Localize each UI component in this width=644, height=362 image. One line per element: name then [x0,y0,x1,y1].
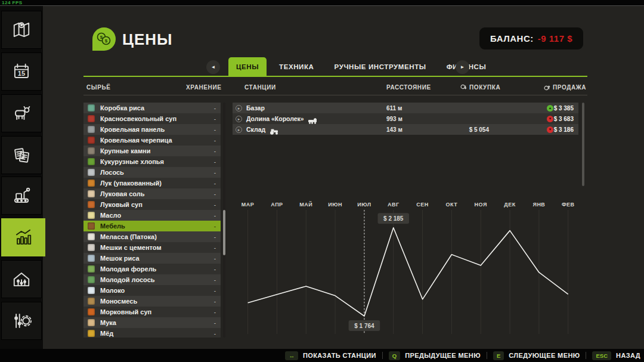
sidebar-item-calendar[interactable]: 15 [1,52,42,91]
tab-1[interactable]: ТЕХНИКА [271,57,321,76]
hint-item[interactable]: ↔ПОКАЗАТЬ СТАНЦИИ [285,351,376,360]
commodity-storage-value: - [214,287,216,294]
sidebar-item-statistics[interactable] [1,218,45,256]
station-row[interactable]: ▸ Базар 611 м ▲ $ 3 385 [233,103,578,113]
balance-value: -9 117 $ [538,33,572,44]
commodity-icon [88,319,95,326]
commodity-name: Крупные камни [100,147,150,154]
commodity-row[interactable]: Молодой лосось - [83,274,221,285]
commodity-row[interactable]: Луковая соль - [83,188,221,199]
commodity-row[interactable]: Красносвекольный суп - [83,113,221,124]
commodity-name: Мебель [100,222,125,230]
station-buy-price: $ 5 054 [435,126,489,133]
commodity-row[interactable]: Морковный суп - [83,307,221,317]
commodity-row[interactable]: Мешок риса - [83,253,221,264]
commodity-row[interactable]: Мебель - [83,221,221,231]
commodity-name: Морковный суп [100,308,151,315]
sidebar-item-animals[interactable] [1,94,42,132]
commodity-name: Коробка риса [100,104,144,112]
tabs-prev-button[interactable]: ◄ [206,60,220,74]
commodity-storage-value: - [214,223,216,230]
commodity-storage-value: - [214,116,216,122]
tab-2[interactable]: РУЧНЫЕ ИНСТРУМЕНТЫ [327,57,434,76]
commodity-icon [88,233,95,240]
commodity-storage-value: - [214,105,216,112]
sell-coin-icon [544,84,550,91]
commodity-storage-value: - [214,234,216,240]
commodity-row[interactable]: Молодая форель - [83,264,221,274]
sidebar-item-storage[interactable] [1,260,42,298]
station-row[interactable]: ▸ Долина «Королек» 993 м ▼ $ 3 683 [233,113,578,124]
stations-scrollbar[interactable] [582,103,584,186]
buy-coin-icon [460,84,467,91]
page-title: ЦЕНЫ [122,30,173,49]
commodity-row[interactable]: Лук (упакованный) - [83,178,221,188]
commodity-storage-value: - [214,159,216,165]
goto-station-icon[interactable]: ▸ [236,116,242,122]
commodity-storage-value: - [214,245,216,251]
commodity-icon [88,244,95,251]
goto-station-icon[interactable]: ▸ [236,126,242,133]
statistics-icon [11,225,35,249]
commodity-icon [88,265,95,273]
commodity-icon [88,222,95,230]
hint-item[interactable]: ESCНАЗАД [592,351,640,360]
svg-text:15: 15 [18,70,25,77]
tractor-icon [269,126,280,132]
hint-label: СЛЕДУЮЩЕЕ МЕНЮ [509,352,580,359]
commodity-icon [88,190,95,197]
commodity-icon [88,169,95,176]
commodity-storage-value: - [214,298,216,305]
commodity-row[interactable]: Коробка риса - [83,103,221,113]
commodity-row[interactable]: Моносмесь - [83,296,221,307]
column-header-buy: ПОКУПКА [460,84,500,91]
commodity-row[interactable]: Кукурузные хлопья - [83,156,221,167]
commodity-icon [88,137,95,144]
balance-label: БАЛАНС: [490,33,534,44]
column-header-sell: ПРОДАЖА [544,84,586,91]
key-badge: E [493,351,504,360]
commodity-row[interactable]: Луковый суп - [83,199,221,210]
goto-station-icon[interactable]: ▸ [236,105,242,112]
sidebar-item-settings[interactable] [1,302,42,340]
commodity-scrollbar[interactable] [223,103,225,338]
hint-label: НАЗАД [616,352,640,359]
hint-label: ПОКАЗАТЬ СТАНЦИИ [303,352,376,359]
station-distance: 143 м [386,126,402,133]
production-icon [10,184,33,208]
hint-label: ПРЕДЫДУЩЕЕ МЕНЮ [405,352,481,359]
commodity-storage-value: - [214,309,216,315]
sidebar-item-contracts[interactable] [1,136,42,174]
commodity-row[interactable]: Крупные камни - [83,146,221,156]
commodity-row[interactable]: Кровельная черепица - [83,135,221,146]
station-name: Склад [246,126,265,133]
commodity-row[interactable]: Мешки с цементом - [83,242,221,253]
commodity-list: Коробка риса - Красносвекольный суп - Кр… [83,103,221,338]
commodity-row[interactable]: Меласса (Патока) - [83,231,221,242]
hint-item[interactable]: EСЛЕДУЮЩЕЕ МЕНЮ [493,351,580,360]
commodity-row[interactable]: Мёд - [83,328,221,338]
commodity-row[interactable]: Мука - [83,317,221,328]
month-label: МАЙ [299,201,312,208]
sidebar-item-map[interactable] [1,11,42,49]
header-divider [83,95,587,95]
commodity-scrollbar-thumb[interactable] [223,210,225,255]
commodity-name: Лук (упакованный) [100,180,162,187]
tabs-next-button[interactable]: ► [456,60,469,74]
commodity-row[interactable]: Кровельная панель - [83,124,221,135]
station-row[interactable]: ▸ Склад 143 м $ 5 054 ▼ $ 3 186 [233,124,578,135]
commodity-storage-value: - [214,180,216,187]
commodity-icon [88,308,95,315]
commodity-row[interactable]: Масло - [83,210,221,221]
tab-0[interactable]: ЦЕНЫ [228,57,267,76]
commodity-row[interactable]: Молоко - [83,285,221,296]
commodity-name: Меласса (Патока) [100,233,157,240]
month-label: ДЕК [504,202,515,208]
commodity-name: Лосось [100,169,124,176]
commodity-row[interactable]: Лосось - [83,167,221,178]
station-name: Базар [246,104,265,112]
sidebar-item-production[interactable] [1,177,42,215]
hint-item[interactable]: QПРЕДЫДУЩЕЕ МЕНЮ [389,351,481,360]
commodity-icon [88,158,95,165]
month-label: АВГ [388,202,400,208]
